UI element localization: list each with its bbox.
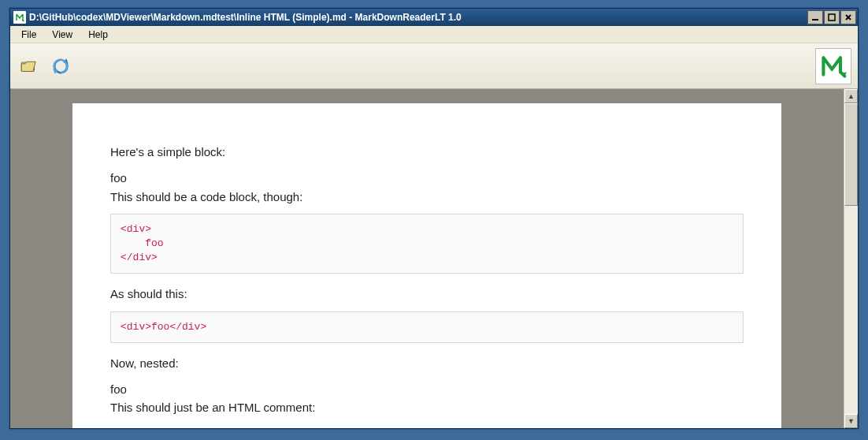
app-icon <box>13 11 26 24</box>
close-button[interactable] <box>840 10 856 24</box>
code-block: <div>foo</div> <box>110 311 744 343</box>
app-logo <box>815 48 851 84</box>
doc-text: This should be a code block, though: <box>110 188 744 206</box>
menubar: File View Help <box>10 26 858 43</box>
minimize-button[interactable] <box>807 10 823 24</box>
menu-help[interactable]: Help <box>80 28 116 42</box>
refresh-button[interactable] <box>46 52 75 80</box>
doc-text: Here's a simple block: <box>110 143 744 161</box>
svg-rect-2 <box>829 14 835 21</box>
doc-text: foo <box>110 380 744 398</box>
vertical-scrollbar[interactable]: ▲ ▼ <box>844 89 858 428</box>
client-area: Here's a simple block: foo This should b… <box>10 89 858 428</box>
code-block: <div> foo </div> <box>110 214 744 274</box>
app-window: D:\GitHub\codex\MDViewer\Markdown.mdtest… <box>9 8 859 429</box>
scroll-thumb[interactable] <box>844 103 858 206</box>
scroll-up-button[interactable]: ▲ <box>844 89 858 103</box>
markdown-document: Here's a simple block: foo This should b… <box>72 103 781 428</box>
scroll-track[interactable] <box>844 103 858 414</box>
titlebar[interactable]: D:\GitHub\codex\MDViewer\Markdown.mdtest… <box>10 9 858 26</box>
doc-text: foo <box>110 169 744 187</box>
doc-text: This should just be an HTML comment: <box>110 398 744 416</box>
menu-view[interactable]: View <box>44 28 80 42</box>
doc-text: Multiline: <box>110 425 744 429</box>
window-controls <box>807 10 858 24</box>
menu-file[interactable]: File <box>13 28 44 42</box>
document-viewport[interactable]: Here's a simple block: foo This should b… <box>10 89 844 428</box>
toolbar <box>10 43 858 89</box>
window-title: D:\GitHub\codex\MDViewer\Markdown.mdtest… <box>29 12 807 23</box>
svg-rect-1 <box>812 19 818 21</box>
open-file-button[interactable] <box>15 52 43 80</box>
doc-text: As should this: <box>110 285 744 303</box>
scroll-down-button[interactable]: ▼ <box>844 414 858 428</box>
doc-text: Now, nested: <box>110 354 744 372</box>
maximize-button[interactable] <box>824 10 840 24</box>
